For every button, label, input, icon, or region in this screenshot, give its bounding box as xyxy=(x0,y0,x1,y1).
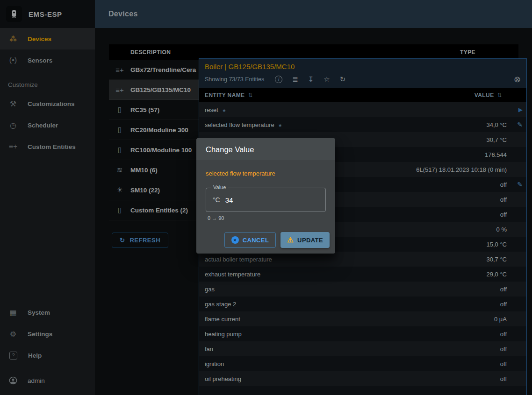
value-input-label: Value xyxy=(211,184,228,190)
value-input-text: 34 xyxy=(225,196,233,204)
value-range-helper: 0 → 90 xyxy=(208,215,326,221)
change-value-dialog: Change Value selected flow temperature V… xyxy=(196,138,335,254)
dialog-body: selected flow temperature Value °C 34 0 … xyxy=(196,160,335,221)
update-button[interactable]: ⚠ UPDATE xyxy=(280,232,330,248)
unit-adornment: °C xyxy=(213,196,220,204)
dialog-field-label: selected flow temperature xyxy=(206,170,326,177)
dialog-actions: × CANCEL ⚠ UPDATE xyxy=(196,221,335,254)
cancel-label: CANCEL xyxy=(243,237,269,244)
update-label: UPDATE xyxy=(297,237,323,244)
dialog-title: Change Value xyxy=(196,138,335,160)
value-input[interactable]: Value °C 34 xyxy=(206,188,326,212)
cancel-button[interactable]: × CANCEL xyxy=(224,232,276,248)
cancel-icon: × xyxy=(231,236,239,244)
warning-icon: ⚠ xyxy=(287,236,294,244)
